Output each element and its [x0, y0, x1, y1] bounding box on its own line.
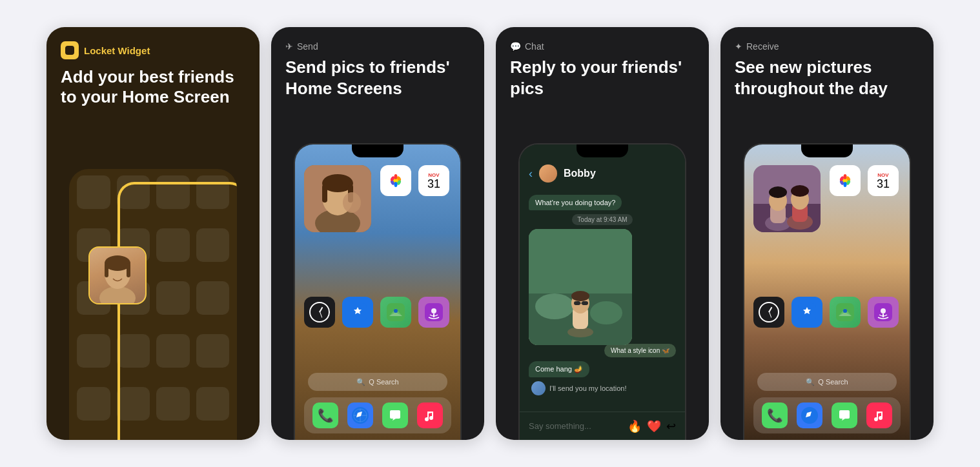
grid-dot [77, 387, 110, 421]
send-icon: ✈ [285, 41, 293, 52]
svg-point-70 [881, 308, 886, 313]
card3-phone-container: ‹ Bobby What're you doing today? Today a… [496, 105, 709, 440]
svg-point-53 [769, 186, 787, 198]
receive-calendar-icon: NOV 31 [868, 165, 899, 196]
svg-point-27 [431, 308, 436, 313]
receive-maps-icon [830, 297, 861, 328]
flame-icon[interactable]: 🔥 [628, 419, 642, 433]
main-container: Locket Widget Add your best friends to y… [8, 1, 972, 466]
widget-photo-face [90, 248, 145, 303]
card4-header: ✦ Receive See new pictures throughout th… [720, 27, 934, 105]
reply-icon[interactable]: ↩ [666, 419, 676, 433]
chat-feature-icon: 💬 Chat [510, 41, 695, 52]
chat-timestamp: Today at 9:43 AM [572, 214, 632, 225]
chat-response-text: I'll send you my location! [549, 384, 627, 392]
receive-dock-phone[interactable]: 📞 [762, 402, 788, 428]
card2-header: ✈ Send Send pics to friends' Home Screen… [271, 27, 484, 105]
receive-dock-messages[interactable] [832, 402, 857, 428]
maps-app-icon [380, 297, 411, 328]
chat-user-avatar [539, 164, 557, 183]
card2-phone-screen: NOV 31 [294, 143, 462, 440]
chat-label: Chat [525, 41, 544, 52]
heart-icon[interactable]: ❤️ [647, 419, 661, 433]
chat-input[interactable]: Say something... [529, 421, 621, 431]
svg-rect-6 [105, 263, 108, 277]
dock-phone-icon[interactable]: 📞 [312, 402, 338, 428]
card2-title: Send pics to friends' Home Screens [285, 57, 470, 99]
yellow-phone-frame [117, 182, 237, 440]
chat-reaction: What a style icon 🦋 [604, 344, 676, 357]
card4-phone-screen: NOV 31 [743, 143, 911, 440]
phone-notch-3 [577, 144, 628, 157]
receive-cal-day: 31 [877, 178, 890, 190]
card4-title: See new pictures throughout the day [735, 57, 919, 99]
svg-point-17 [394, 174, 398, 179]
receive-search-text: Q Search [818, 378, 848, 386]
podcasts-app-icon [418, 297, 449, 328]
clock-face [309, 302, 330, 323]
card1-header: Locket Widget Add your best friends to y… [46, 27, 260, 112]
receive-search-icon: 🔍 [806, 378, 815, 386]
chat-reply-message: Come hang 🪔 [529, 361, 589, 377]
receive-search-bar[interactable]: 🔍 Q Search [757, 373, 897, 391]
search-icon: 🔍 [356, 378, 365, 386]
app-grid: NOV 31 [304, 165, 451, 328]
card1-phone-body [69, 169, 237, 440]
search-bar[interactable]: 🔍 Q Search [308, 373, 447, 391]
card1-title: Add your best friends to your Home Scree… [61, 67, 245, 107]
svg-point-14 [343, 192, 361, 213]
dock-messages-icon[interactable] [382, 402, 408, 428]
chat-back-button[interactable]: ‹ [529, 167, 533, 181]
card-receive: ✦ Receive See new pictures throughout th… [720, 27, 934, 440]
dock-music-icon[interactable] [417, 402, 443, 428]
receive-dock-safari[interactable] [797, 402, 822, 428]
receive-feature-icon: ✦ Receive [735, 41, 919, 52]
chat-message-prompt: What're you doing today? [529, 195, 622, 210]
svg-rect-76 [870, 406, 888, 424]
home-dock: 📞 [304, 397, 451, 433]
send-feature-icon: ✈ Send [285, 41, 470, 52]
locket-app-icon [61, 41, 79, 59]
svg-point-20 [394, 182, 398, 187]
receive-podcasts-icon [868, 297, 899, 328]
svg-point-63 [844, 182, 847, 187]
clock-hand-minute [320, 311, 323, 318]
svg-point-68 [843, 309, 847, 313]
app-badge: Locket Widget [61, 41, 245, 59]
svg-rect-7 [127, 263, 130, 277]
card-chat: 💬 Chat Reply to your friends' pics ‹ Bob… [496, 27, 709, 440]
phone-notch-4 [801, 144, 853, 157]
receive-label: Receive [746, 41, 779, 52]
grid-dot [77, 175, 110, 209]
card3-phone-screen: ‹ Bobby What're you doing today? Today a… [518, 143, 686, 440]
grid-dot [77, 334, 110, 368]
receive-home-dock: 📞 [753, 397, 901, 433]
receive-dock-music[interactable] [866, 402, 892, 428]
chat-input-area: Say something... 🔥 ❤️ ↩ [520, 412, 685, 440]
dock-safari-icon[interactable] [347, 402, 373, 428]
svg-point-44 [571, 291, 589, 301]
calendar-app-icon: NOV 31 [418, 165, 449, 196]
chat-messages-list: What're you doing today? Today at 9:43 A… [520, 190, 685, 412]
receive-screen: NOV 31 [744, 144, 910, 440]
widget-photo [88, 246, 147, 304]
svg-point-40 [590, 301, 622, 324]
card1-phone-mockup [46, 112, 260, 440]
card3-title: Reply to your friends' pics [510, 57, 695, 99]
chat-user-name: Bobby [564, 168, 596, 179]
clock-app-icon [304, 297, 335, 328]
svg-rect-45 [574, 301, 580, 305]
receive-icon: ✦ [735, 41, 742, 52]
search-text: Q Search [369, 378, 398, 386]
app-name-label: Locket Widget [84, 45, 150, 56]
svg-point-57 [791, 185, 809, 197]
receive-clock-minute [769, 311, 772, 318]
locket-widget-photo [304, 165, 371, 232]
card3-header: 💬 Chat Reply to your friends' pics [496, 27, 709, 105]
receive-appstore-icon [791, 297, 822, 328]
receive-app-grid: NOV 31 [753, 165, 901, 328]
svg-point-2 [68, 48, 72, 52]
receive-clock-icon [753, 297, 784, 328]
cal-day: 31 [427, 178, 440, 190]
svg-rect-28 [433, 313, 434, 317]
